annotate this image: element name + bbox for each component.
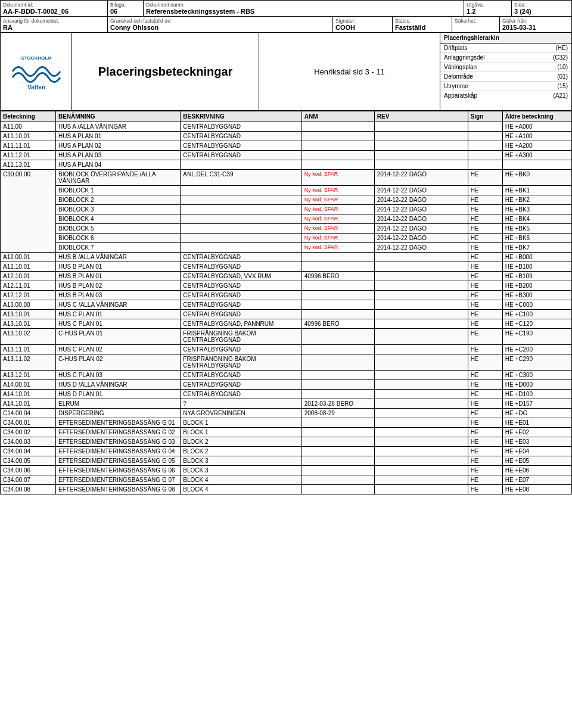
- table-row: A13.10.01HUS C PLAN 01CENTRALBYGGNADHEHE…: [1, 310, 572, 319]
- cell-sign: HE: [468, 399, 502, 409]
- cell-aldre: HE +C300: [502, 371, 571, 380]
- cell-beskrivning: NYA GROVRENINGEN: [181, 409, 301, 418]
- cell-beteckning: C30.00.00: [1, 170, 56, 253]
- table-row: C34.00.02EFTERSEDIMENTERINGSBASSÄNG G 02…: [1, 428, 572, 437]
- cell-benamning: BIOBLOCK 2: [55, 195, 180, 205]
- header-row2: Ansvarig för dokumentet: RA Granskad och…: [1, 17, 571, 33]
- col-header-rev: REV: [374, 111, 468, 122]
- cell-rev: [374, 151, 468, 160]
- cell-beskrivning: BLOCK 2: [181, 437, 301, 447]
- cell-beskrivning: [181, 205, 301, 214]
- cell-benamning: C-HUS PLAN 02: [55, 354, 180, 371]
- cell-beteckning: A13.11.01: [1, 345, 56, 354]
- utg-value: 1.2: [467, 8, 509, 15]
- cell-beskrivning: CENTRALBYGGNAD, PANNRUM: [181, 319, 301, 329]
- cell-aldre: HE +BK5: [502, 224, 571, 234]
- cell-beskrivning: CENTRALBYGGNAD: [181, 371, 301, 380]
- cell-anm: Ny kod, SFAR: [301, 214, 374, 224]
- cell-beteckning: A12.12.01: [1, 291, 56, 300]
- cell-anm: [301, 141, 374, 151]
- cell-anm: 40996 BERO: [301, 272, 374, 281]
- signatur-cell: Signatur: COOH: [333, 17, 393, 32]
- cell-beteckning: A13.10.01: [1, 319, 56, 329]
- cell-rev: [374, 437, 468, 447]
- cell-beteckning: C34.00.04: [1, 447, 56, 456]
- cell-rev: 2014-12-22 DAGO: [374, 224, 468, 234]
- cell-beskrivning: CENTRALBYGGNAD: [181, 310, 301, 319]
- svg-text:STOCKHOLM: STOCKHOLM: [21, 55, 52, 61]
- cell-benamning: EFTERSEDIMENTERINGSBASSÄNG G 03: [55, 437, 180, 447]
- cell-beteckning: A13.10.01: [1, 310, 56, 319]
- cell-sign: HE: [468, 195, 502, 205]
- cell-benamning: HUS B PLAN 02: [55, 281, 180, 291]
- cell-benamning: HUS D PLAN 01: [55, 390, 180, 399]
- cell-rev: [374, 281, 468, 291]
- cell-rev: [374, 475, 468, 485]
- cell-aldre: HE +B109: [502, 272, 571, 281]
- cell-sign: HE: [468, 485, 502, 494]
- cell-benamning: DISPERGERING: [55, 409, 180, 418]
- cell-anm: [301, 329, 374, 345]
- cell-beskrivning: [181, 195, 301, 205]
- cell-benamning: HUS C /ALLA VÅNINGAR: [55, 300, 180, 310]
- table-row: A12.10.01HUS B PLAN 01CENTRALBYGGNADHEHE…: [1, 262, 572, 272]
- cell-benamning: BIOBLOCK 1: [55, 186, 180, 195]
- main-table: Beteckning BENÄMNING BESKRIVNING ANM REV…: [0, 111, 572, 494]
- cell-beteckning: A14.00.01: [1, 380, 56, 390]
- cell-benamning: BIOBLOCK 5: [55, 224, 180, 234]
- apparatskap-label: Apparatskåp: [444, 92, 477, 99]
- cell-sign: HE: [468, 253, 502, 262]
- cell-anm: [301, 354, 374, 371]
- galler-fran-value: 2015-03-31: [502, 24, 569, 31]
- cell-aldre: HE +E07: [502, 475, 571, 485]
- col-header-beskrivning: BESKRIVNING: [181, 111, 301, 122]
- table-row: C34.00.08EFTERSEDIMENTERINGSBASSÄNG G 08…: [1, 485, 572, 494]
- cell-beteckning: A13.10.02: [1, 329, 56, 345]
- cell-aldre: HE +A000: [502, 122, 571, 132]
- bilaga-value: 06: [110, 8, 141, 15]
- table-row: C34.00.05EFTERSEDIMENTERINGSBASSÄNG G 05…: [1, 456, 572, 466]
- cell-benamning: HUS A PLAN 04: [55, 160, 180, 170]
- cell-sign: HE: [468, 243, 502, 253]
- cell-benamning: EFTERSEDIMENTERINGSBASSÄNG G 07: [55, 475, 180, 485]
- cell-rev: [374, 253, 468, 262]
- cell-anm: [301, 253, 374, 262]
- cell-rev: [374, 485, 468, 494]
- cell-anm: Ny kod, SFAR: [301, 243, 374, 253]
- cell-benamning: BIOBLOCK 3: [55, 205, 180, 214]
- cell-benamning: HUS B /ALLA VÅNINGAR: [55, 253, 180, 262]
- header-content: STOCKHOLM Vatten Placeringsbeteckningar …: [1, 33, 571, 110]
- cell-anm: 2012-03-28 BERO: [301, 399, 374, 409]
- cell-beskrivning: CENTRALBYGGNAD: [181, 291, 301, 300]
- cell-aldre: HE +E02: [502, 428, 571, 437]
- sida-cell: Sida: 3 (24): [512, 1, 571, 16]
- sida-value: 3 (24): [514, 8, 569, 15]
- table-row: A12.00.01HUS B /ALLA VÅNINGARCENTRALBYGG…: [1, 253, 572, 262]
- cell-beteckning: A11.12.01: [1, 151, 56, 160]
- table-row: BIOBLOCK 5Ny kod, SFAR2014-12-22 DAGOHEH…: [1, 224, 572, 234]
- table-row: C34.00.06EFTERSEDIMENTERINGSBASSÄNG G 06…: [1, 466, 572, 475]
- granskad-label: Granskad och fastställd av:: [110, 18, 330, 24]
- table-row: C14.00.04DISPERGERINGNYA GROVRENINGEN200…: [1, 409, 572, 418]
- cell-sign: HE: [468, 409, 502, 418]
- cell-anm: Ny kod, SFAR: [301, 224, 374, 234]
- cell-rev: [374, 291, 468, 300]
- cell-sign: HE: [468, 345, 502, 354]
- cell-sign: HE: [468, 310, 502, 319]
- cell-sign: HE: [468, 300, 502, 310]
- table-row: BIOBLOCK 4Ny kod, SFAR2014-12-22 DAGOHEH…: [1, 214, 572, 224]
- cell-beskrivning: BLOCK 3: [181, 456, 301, 466]
- cell-beskrivning: CENTRALBYGGNAD: [181, 300, 301, 310]
- cell-aldre: HE +C000: [502, 300, 571, 310]
- cell-beskrivning: CENTRALBYGGNAD: [181, 141, 301, 151]
- cell-beteckning: A13.12.01: [1, 371, 56, 380]
- bilaga-label: Bilaga:: [110, 2, 141, 8]
- cell-anm: [301, 122, 374, 132]
- cell-aldre: HE +E03: [502, 437, 571, 447]
- cell-rev: [374, 456, 468, 466]
- table-row: A11.10.01HUS A PLAN 01CENTRALBYGGNADHE +…: [1, 132, 572, 141]
- cell-beskrivning: CENTRALBYGGNAD: [181, 390, 301, 399]
- table-row: A13.00.00HUS C /ALLA VÅNINGARCENTRALBYGG…: [1, 300, 572, 310]
- col-header-benamning: BENÄMNING: [55, 111, 180, 122]
- cell-beskrivning: [181, 186, 301, 195]
